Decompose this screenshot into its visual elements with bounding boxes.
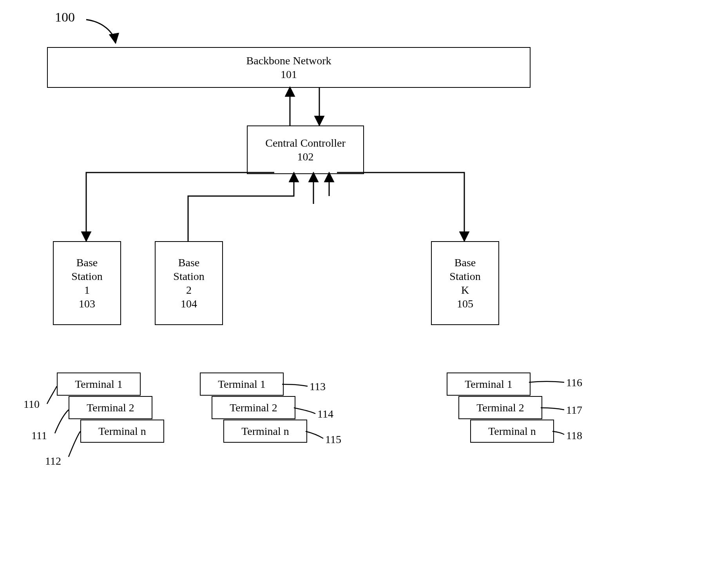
g1-t2-label: Terminal 2 bbox=[87, 401, 134, 414]
backbone-network-box: Backbone Network 101 bbox=[47, 47, 531, 88]
g2-t2-label: Terminal 2 bbox=[230, 401, 277, 414]
central-controller-box: Central Controller 102 bbox=[247, 125, 364, 174]
backbone-title: Backbone Network bbox=[246, 54, 331, 67]
g3-tn-label: Terminal n bbox=[488, 424, 536, 438]
bsk-num: K bbox=[461, 283, 469, 297]
base-station-k-box: Base Station K 105 bbox=[431, 241, 499, 325]
g1-t1-label: Terminal 1 bbox=[75, 377, 123, 391]
bs2-title-line1: Base bbox=[178, 256, 199, 269]
g1-terminal-1-box: Terminal 1 bbox=[57, 373, 141, 396]
bs2-title-line2: Station bbox=[173, 269, 204, 283]
g2-ref-2: 114 bbox=[317, 408, 333, 420]
g1-ref-2: 111 bbox=[31, 429, 47, 442]
bsk-title-line2: Station bbox=[449, 269, 480, 283]
g2-tn-label: Terminal n bbox=[241, 424, 289, 438]
g1-tn-label: Terminal n bbox=[98, 424, 146, 438]
bs1-num: 1 bbox=[84, 283, 90, 297]
backbone-ref: 101 bbox=[281, 67, 297, 81]
g2-terminal-1-box: Terminal 1 bbox=[200, 373, 284, 396]
bs2-ref: 104 bbox=[181, 297, 197, 311]
g2-t1-label: Terminal 1 bbox=[218, 377, 266, 391]
g3-terminal-2-box: Terminal 2 bbox=[458, 396, 542, 419]
system-ref-label: 100 bbox=[55, 10, 75, 25]
g3-ref-1: 116 bbox=[566, 376, 582, 389]
bs1-title-line1: Base bbox=[76, 256, 98, 269]
g1-terminal-2-box: Terminal 2 bbox=[69, 396, 152, 419]
g3-terminal-n-box: Terminal n bbox=[470, 420, 554, 443]
base-station-2-box: Base Station 2 104 bbox=[155, 241, 223, 325]
g3-t1-label: Terminal 1 bbox=[465, 377, 512, 391]
g2-terminal-2-box: Terminal 2 bbox=[212, 396, 295, 419]
controller-title: Central Controller bbox=[265, 136, 346, 150]
g2-terminal-n-box: Terminal n bbox=[223, 420, 307, 443]
g2-ref-1: 113 bbox=[310, 380, 326, 393]
bsk-ref: 105 bbox=[457, 297, 473, 311]
g3-ref-n: 118 bbox=[566, 429, 582, 442]
base-station-1-box: Base Station 1 103 bbox=[53, 241, 121, 325]
g1-ref-n: 112 bbox=[45, 455, 61, 467]
bsk-title-line1: Base bbox=[455, 256, 476, 269]
g1-terminal-n-box: Terminal n bbox=[80, 420, 164, 443]
g3-terminal-1-box: Terminal 1 bbox=[447, 373, 531, 396]
g3-t2-label: Terminal 2 bbox=[476, 401, 524, 414]
diagram-canvas: 100 Backbone Network 101 Central Control… bbox=[0, 0, 728, 567]
controller-ref: 102 bbox=[297, 150, 314, 164]
bs1-title-line2: Station bbox=[71, 269, 102, 283]
g2-ref-n: 115 bbox=[325, 433, 341, 446]
bs1-ref: 103 bbox=[79, 297, 95, 311]
g3-ref-2: 117 bbox=[566, 404, 582, 416]
bs2-num: 2 bbox=[186, 283, 192, 297]
g1-ref-1: 110 bbox=[24, 398, 40, 411]
